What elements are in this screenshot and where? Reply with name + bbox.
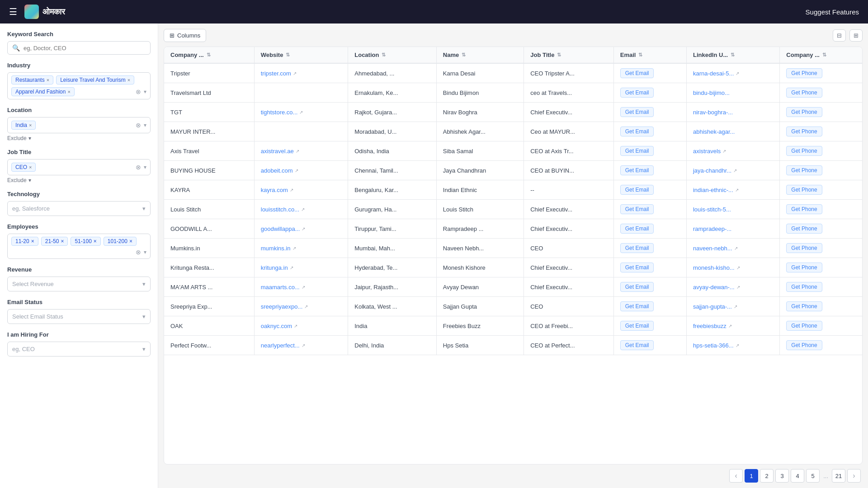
get-email-button[interactable]: Get Email <box>620 301 654 311</box>
industry-filter[interactable]: Restaurants × Leisure Travel And Tourism… <box>7 72 151 99</box>
website-link[interactable]: tripster.com ↗ <box>261 70 342 77</box>
get-phone-button[interactable]: Get Phone <box>786 301 822 311</box>
get-email-button[interactable]: Get Email <box>620 321 654 331</box>
emp-tag-11-20[interactable]: 11-20 × <box>11 237 38 246</box>
job-title-filter[interactable]: CEO × ⊗ ▾ <box>7 159 151 175</box>
get-phone-button[interactable]: Get Phone <box>786 107 822 117</box>
remove-21-50-icon[interactable]: × <box>61 238 64 244</box>
remove-11-20-icon[interactable]: × <box>31 238 34 244</box>
remove-restaurants-icon[interactable]: × <box>47 77 49 83</box>
location-filter[interactable]: India × ⊗ ▾ <box>7 117 151 133</box>
get-phone-button[interactable]: Get Phone <box>786 204 822 214</box>
get-email-button[interactable]: Get Email <box>620 204 654 214</box>
get-email-button[interactable]: Get Email <box>620 88 654 98</box>
location-chevron-icon[interactable]: ▾ <box>144 122 146 128</box>
col-website[interactable]: Website ⇅ <box>254 47 348 63</box>
website-link[interactable]: axistravel.ae ↗ <box>261 148 342 155</box>
industry-tag-restaurants[interactable]: Restaurants × <box>11 75 53 84</box>
get-phone-button[interactable]: Get Phone <box>786 146 822 156</box>
emp-tag-51-100[interactable]: 51-100 × <box>71 237 100 246</box>
linkedin-link[interactable]: karna-desai-5... ↗ <box>693 70 773 77</box>
hiring-dropdown[interactable]: eg, CEO ▾ <box>7 342 151 357</box>
get-phone-button[interactable]: Get Phone <box>786 321 822 331</box>
get-email-button[interactable]: Get Email <box>620 165 654 175</box>
col-company[interactable]: Company ... ⇅ <box>164 47 254 63</box>
remove-apparel-icon[interactable]: × <box>67 89 70 94</box>
get-phone-button[interactable]: Get Phone <box>786 165 822 175</box>
get-phone-button[interactable]: Get Phone <box>786 88 822 98</box>
page-1-button[interactable]: 1 <box>745 469 758 483</box>
get-phone-button[interactable]: Get Phone <box>786 340 822 350</box>
technology-dropdown[interactable]: eg, Salesforce ▾ <box>7 201 151 216</box>
website-link[interactable]: sreepriyaexpo... ↗ <box>261 303 342 310</box>
website-link[interactable]: adobeit.com ↗ <box>261 167 342 174</box>
job-title-tag-ceo[interactable]: CEO × <box>11 163 36 172</box>
linkedin-link[interactable]: jaya-chandhr... ↗ <box>693 167 773 174</box>
get-email-button[interactable]: Get Email <box>620 107 654 117</box>
remove-india-icon[interactable]: × <box>29 122 32 128</box>
emp-tag-21-50[interactable]: 21-50 × <box>41 237 68 246</box>
columns-button[interactable]: ⊞ Columns <box>164 29 206 42</box>
col-phone[interactable]: Company ... ⇅ <box>780 47 862 63</box>
get-email-button[interactable]: Get Email <box>620 282 654 292</box>
employees-filter[interactable]: 11-20 × 21-50 × 51-100 × 101-200 × ⊗ ▾ <box>7 234 151 259</box>
get-email-button[interactable]: Get Email <box>620 146 654 156</box>
website-link[interactable]: goodwillappa... ↗ <box>261 225 342 232</box>
get-email-button[interactable]: Get Email <box>620 127 654 136</box>
keyword-search-box[interactable]: 🔍 <box>7 41 151 55</box>
job-title-chevron-icon[interactable]: ▾ <box>144 164 146 170</box>
prev-page-button[interactable]: ‹ <box>729 469 743 483</box>
website-link[interactable]: oaknyc.com ↗ <box>261 323 342 329</box>
linkedin-link[interactable]: nirav-boghra-... <box>693 109 773 116</box>
website-link[interactable]: mumkins.in ↗ <box>261 245 342 252</box>
get-phone-button[interactable]: Get Phone <box>786 263 822 272</box>
page-4-button[interactable]: 4 <box>791 469 804 483</box>
remove-51-100-icon[interactable]: × <box>94 238 97 244</box>
email-status-dropdown[interactable]: Select Email Status ▾ <box>7 309 151 324</box>
emp-chevron-icon[interactable]: ▾ <box>144 249 146 255</box>
get-email-button[interactable]: Get Email <box>620 224 654 234</box>
job-title-clear-icon[interactable]: ⊗ <box>136 164 141 171</box>
menu-icon[interactable]: ☰ <box>9 6 17 17</box>
website-link[interactable]: louisstitch.co... ↗ <box>261 206 342 213</box>
industry-chevron-icon[interactable]: ▾ <box>144 89 146 95</box>
get-phone-button[interactable]: Get Phone <box>786 68 822 78</box>
linkedin-link[interactable]: freebiesbuzz ↗ <box>693 323 773 329</box>
table-view-icon[interactable]: ⊟ <box>833 29 846 42</box>
get-phone-button[interactable]: Get Phone <box>786 127 822 136</box>
job-title-exclude-link[interactable]: Exclude ▾ <box>7 177 151 183</box>
get-phone-button[interactable]: Get Phone <box>786 185 822 195</box>
linkedin-link[interactable]: hps-setia-366... ↗ <box>693 342 773 349</box>
get-email-button[interactable]: Get Email <box>620 185 654 195</box>
get-phone-button[interactable]: Get Phone <box>786 243 822 253</box>
page-5-button[interactable]: 5 <box>806 469 820 483</box>
next-page-button[interactable]: › <box>847 469 861 483</box>
col-location[interactable]: Location ⇅ <box>348 47 437 63</box>
page-3-button[interactable]: 3 <box>775 469 789 483</box>
remove-ceo-icon[interactable]: × <box>29 164 32 170</box>
linkedin-link[interactable]: indian-ethnic-... ↗ <box>693 187 773 193</box>
emp-clear-icon[interactable]: ⊗ <box>136 249 141 256</box>
get-phone-button[interactable]: Get Phone <box>786 282 822 292</box>
page-2-button[interactable]: 2 <box>760 469 774 483</box>
linkedin-link[interactable]: rampradeep-... <box>693 225 773 232</box>
col-email[interactable]: Email ⇅ <box>613 47 686 63</box>
industry-tag-apparel[interactable]: Apparel And Fashion × <box>11 87 75 96</box>
suggest-features-link[interactable]: Suggest Features <box>806 8 859 16</box>
page-last-button[interactable]: 21 <box>832 469 845 483</box>
website-link[interactable]: tightstore.co... ↗ <box>261 109 342 116</box>
linkedin-link[interactable]: bindu-bijimo... <box>693 89 773 96</box>
emp-tag-101-200[interactable]: 101-200 × <box>104 237 137 246</box>
linkedin-link[interactable]: sajjan-gupta-... ↗ <box>693 303 773 310</box>
remove-101-200-icon[interactable]: × <box>129 238 132 244</box>
get-phone-button[interactable]: Get Phone <box>786 224 822 234</box>
card-view-icon[interactable]: ⊞ <box>849 29 863 42</box>
linkedin-link[interactable]: avyay-dewan-... ↗ <box>693 284 773 291</box>
website-link[interactable]: kritunga.in ↗ <box>261 264 342 271</box>
industry-tag-leisure[interactable]: Leisure Travel And Tourism × <box>56 75 134 84</box>
col-name[interactable]: Name ⇅ <box>436 47 524 63</box>
col-linkedin[interactable]: LinkedIn U... ⇅ <box>686 47 779 63</box>
location-clear-icon[interactable]: ⊗ <box>136 122 141 129</box>
linkedin-link[interactable]: axistravels ↗ <box>693 148 773 155</box>
website-link[interactable]: maamarts.co... ↗ <box>261 284 342 291</box>
